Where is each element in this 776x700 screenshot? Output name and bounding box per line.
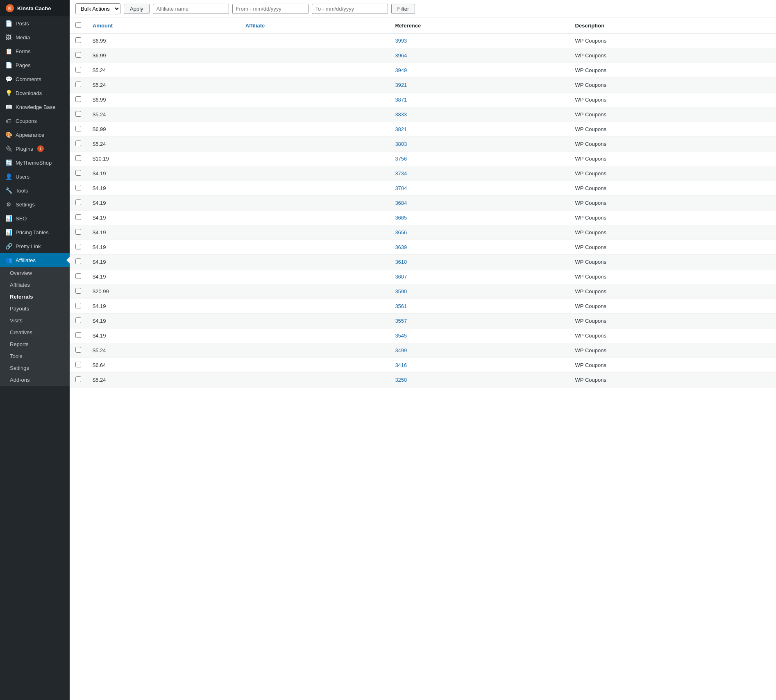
sidebar-item-seo[interactable]: 📊SEO [0,211,70,225]
row-checkbox-4[interactable] [70,93,87,107]
sub-item-payouts[interactable]: Payouts [0,303,70,315]
reference-cell-19[interactable]: 3557 [389,314,569,328]
bulk-actions-select[interactable]: Bulk Actions [75,3,120,14]
reference-link-10[interactable]: 3704 [395,185,407,191]
reference-cell-14[interactable]: 3639 [389,240,569,255]
sub-item-referrals[interactable]: Referrals [0,291,70,303]
reference-cell-2[interactable]: 3949 [389,63,569,78]
sidebar-item-coupons[interactable]: 🏷Coupons [0,114,70,128]
checkbox-13[interactable] [75,229,81,235]
row-checkbox-2[interactable] [70,63,87,78]
reference-link-15[interactable]: 3610 [395,259,407,265]
row-checkbox-1[interactable] [70,48,87,63]
checkbox-16[interactable] [75,273,81,279]
checkbox-4[interactable] [75,96,81,102]
row-checkbox-6[interactable] [70,122,87,137]
sidebar-item-appearance[interactable]: 🎨Appearance [0,128,70,142]
row-checkbox-10[interactable] [70,181,87,196]
reference-link-23[interactable]: 3250 [395,377,407,383]
reference-cell-3[interactable]: 3921 [389,78,569,93]
affiliate-name-input[interactable] [153,4,229,14]
reference-link-2[interactable]: 3949 [395,67,407,73]
sidebar-item-downloads[interactable]: 💡Downloads [0,86,70,100]
reference-link-9[interactable]: 3734 [395,170,407,177]
bulk-actions-dropdown[interactable]: Bulk Actions [76,4,120,14]
reference-link-20[interactable]: 3545 [395,333,407,339]
reference-link-17[interactable]: 3590 [395,288,407,294]
checkbox-18[interactable] [75,303,81,308]
reference-cell-10[interactable]: 3704 [389,181,569,196]
reference-cell-8[interactable]: 3756 [389,152,569,166]
sub-item-overview[interactable]: Overview [0,267,70,279]
checkbox-7[interactable] [75,140,81,146]
row-checkbox-19[interactable] [70,314,87,328]
to-date-input[interactable] [312,4,388,14]
amount-header[interactable]: Amount [87,18,240,34]
reference-link-7[interactable]: 3803 [395,141,407,147]
checkbox-12[interactable] [75,214,81,220]
checkbox-19[interactable] [75,317,81,323]
sub-item-tools-sub[interactable]: Tools [0,350,70,362]
reference-cell-22[interactable]: 3416 [389,358,569,373]
reference-link-14[interactable]: 3639 [395,244,407,250]
reference-cell-21[interactable]: 3499 [389,343,569,358]
sidebar-item-affiliates[interactable]: 👥Affiliates [0,253,70,267]
sidebar-item-settings[interactable]: ⚙Settings [0,197,70,211]
row-checkbox-9[interactable] [70,166,87,181]
checkbox-8[interactable] [75,155,81,161]
reference-link-3[interactable]: 3921 [395,82,407,88]
affiliate-header[interactable]: Affiliate [240,18,390,34]
row-checkbox-8[interactable] [70,152,87,166]
row-checkbox-22[interactable] [70,358,87,373]
sidebar-item-users[interactable]: 👤Users [0,170,70,183]
row-checkbox-18[interactable] [70,299,87,314]
checkbox-15[interactable] [75,258,81,264]
reference-cell-6[interactable]: 3821 [389,122,569,137]
sidebar-item-tools[interactable]: 🔧Tools [0,183,70,197]
reference-link-18[interactable]: 3561 [395,303,407,309]
reference-link-13[interactable]: 3656 [395,229,407,236]
reference-cell-17[interactable]: 3590 [389,284,569,299]
sidebar-item-knowledge-base[interactable]: 📖Knowledge Base [0,100,70,114]
reference-cell-7[interactable]: 3803 [389,137,569,152]
reference-link-4[interactable]: 3871 [395,97,407,103]
sidebar-item-plugins[interactable]: 🔌Plugins1 [0,142,70,156]
checkbox-14[interactable] [75,244,81,249]
sub-item-reports[interactable]: Reports [0,338,70,350]
checkbox-17[interactable] [75,288,81,294]
reference-cell-4[interactable]: 3871 [389,93,569,107]
reference-cell-13[interactable]: 3656 [389,225,569,240]
reference-link-8[interactable]: 3756 [395,156,407,162]
checkbox-5[interactable] [75,111,81,117]
select-all-header[interactable] [70,18,87,34]
reference-link-16[interactable]: 3607 [395,274,407,280]
reference-cell-16[interactable]: 3607 [389,270,569,284]
filter-button[interactable]: Filter [391,4,415,14]
apply-button[interactable]: Apply [124,4,150,14]
reference-cell-23[interactable]: 3250 [389,373,569,387]
reference-link-0[interactable]: 3993 [395,38,407,44]
sidebar-item-media[interactable]: 🖼Media [0,30,70,44]
sub-item-affiliates-sub[interactable]: Affiliates [0,279,70,291]
row-checkbox-5[interactable] [70,107,87,122]
reference-cell-1[interactable]: 3964 [389,48,569,63]
row-checkbox-16[interactable] [70,270,87,284]
row-checkbox-11[interactable] [70,196,87,211]
checkbox-2[interactable] [75,67,81,72]
sidebar-item-mythemeshop[interactable]: 🔄MyThemeShop [0,156,70,170]
sidebar-item-pages[interactable]: 📄Pages [0,58,70,72]
reference-cell-0[interactable]: 3993 [389,34,569,48]
row-checkbox-14[interactable] [70,240,87,255]
reference-cell-5[interactable]: 3833 [389,107,569,122]
row-checkbox-21[interactable] [70,343,87,358]
reference-link-5[interactable]: 3833 [395,111,407,118]
checkbox-22[interactable] [75,362,81,367]
site-header[interactable]: K Kinsta Cache [0,0,70,16]
checkbox-6[interactable] [75,126,81,131]
reference-cell-18[interactable]: 3561 [389,299,569,314]
reference-cell-11[interactable]: 3684 [389,196,569,211]
row-checkbox-7[interactable] [70,137,87,152]
checkbox-20[interactable] [75,332,81,338]
checkbox-0[interactable] [75,37,81,43]
row-checkbox-12[interactable] [70,211,87,225]
